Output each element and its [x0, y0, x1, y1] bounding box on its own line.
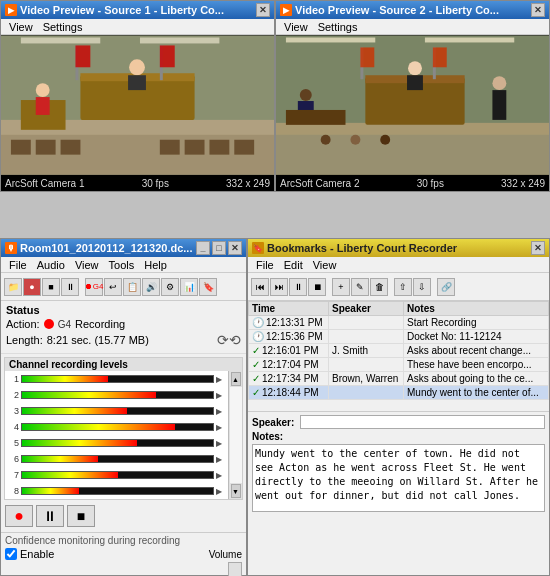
ch-bar-3: [22, 408, 127, 414]
source2-menu-view[interactable]: View: [280, 21, 312, 33]
volume-slider-area: [228, 562, 242, 576]
table-row[interactable]: ✓12:16:01 PMJ. SmithAsks about recent ch…: [249, 344, 549, 358]
pause-button[interactable]: ⏸: [36, 505, 64, 527]
svg-rect-3: [140, 37, 219, 43]
length-value: 8:21 sec. (15.77 MB): [47, 334, 149, 346]
bk-toolbar-btn-5[interactable]: +: [332, 278, 350, 296]
recorder-menu-file[interactable]: File: [5, 259, 31, 271]
toolbar-btn-10[interactable]: 🔖: [199, 278, 217, 296]
bk-toolbar-btn-2[interactable]: ⏭: [270, 278, 288, 296]
table-row[interactable]: ✓12:18:44 PMMundy went to the center of.…: [249, 386, 549, 400]
source1-status-bar: ArcSoft Camera 1 30 fps 332 x 249: [1, 175, 274, 191]
scroll-down-arrow[interactable]: ▼: [231, 484, 241, 498]
recorder-maximize-button[interactable]: □: [212, 241, 226, 255]
stop-button[interactable]: ■: [67, 505, 95, 527]
recorder-close-button[interactable]: ✕: [228, 241, 242, 255]
ch-bar-bg-4: [21, 423, 214, 431]
channel-row-6: 6 ▶: [5, 451, 228, 467]
table-row[interactable]: 🕐12:13:31 PMStart Recording: [249, 316, 549, 330]
bk-toolbar-btn-3[interactable]: ⏸: [289, 278, 307, 296]
toolbar-btn-3[interactable]: ■: [42, 278, 60, 296]
bookmarks-table: Time Speaker Notes 🕐12:13:31 PMStart Rec…: [248, 301, 549, 400]
bookmarks-menu-view[interactable]: View: [309, 259, 341, 271]
source1-menu-view[interactable]: View: [5, 21, 37, 33]
source1-camera-name: ArcSoft Camera 1: [5, 178, 84, 189]
toolbar-btn-8[interactable]: ⚙: [161, 278, 179, 296]
source1-menu-settings[interactable]: Settings: [39, 21, 87, 33]
source2-app-icon: ▶: [280, 4, 292, 16]
channel-row-4: 4 ▶: [5, 419, 228, 435]
cell-notes: Asks about going to the ce...: [404, 372, 549, 386]
ch-arrow-8: ▶: [216, 487, 226, 496]
table-row[interactable]: 🕐12:15:36 PMDocket No: 11-12124: [249, 330, 549, 344]
cell-notes: Mundy went to the center of...: [404, 386, 549, 400]
toolbar-btn-6[interactable]: 📋: [123, 278, 141, 296]
bk-toolbar-btn-7[interactable]: 🗑: [370, 278, 388, 296]
ch-num-3: 3: [7, 406, 19, 416]
source1-window: ▶ Video Preview - Source 1 - Liberty Co.…: [0, 0, 275, 192]
bk-toolbar-btn-9[interactable]: ⇩: [413, 278, 431, 296]
source1-close-button[interactable]: ✕: [256, 3, 270, 17]
toolbar-btn-2[interactable]: ●: [23, 278, 41, 296]
source1-menu-bar: View Settings: [1, 19, 274, 35]
recording-dot: [44, 319, 54, 329]
cell-speaker: [329, 330, 404, 344]
ch-arrow-4: ▶: [216, 423, 226, 432]
bookmarks-menu-bar: File Edit View: [248, 257, 549, 273]
ch-num-8: 8: [7, 486, 19, 496]
bookmarks-close-button[interactable]: ✕: [531, 241, 545, 255]
table-header-row: Time Speaker Notes: [249, 302, 549, 316]
bookmarks-table-container[interactable]: Time Speaker Notes 🕐12:13:31 PMStart Rec…: [248, 301, 549, 411]
ch-bar-bg-8: [21, 487, 214, 495]
bk-toolbar-btn-10[interactable]: 🔗: [437, 278, 455, 296]
cell-time: 🕐12:15:36 PM: [249, 330, 329, 344]
svg-point-13: [36, 83, 50, 97]
table-row[interactable]: ✓12:17:34 PMBrown, WarrenAsks about goin…: [249, 372, 549, 386]
bookmarks-title: Bookmarks - Liberty Court Recorder: [267, 242, 457, 254]
cell-speaker: Brown, Warren: [329, 372, 404, 386]
svg-point-29: [408, 61, 422, 75]
enable-checkbox[interactable]: [5, 548, 17, 560]
speaker-input[interactable]: [300, 415, 545, 429]
channel-row-5: 5 ▶: [5, 435, 228, 451]
enable-label: Enable: [20, 548, 54, 560]
bookmarks-menu-file[interactable]: File: [252, 259, 278, 271]
toolbar-btn-1[interactable]: 📁: [4, 278, 22, 296]
recorder-menu-view[interactable]: View: [71, 259, 103, 271]
source2-close-button[interactable]: ✕: [531, 3, 545, 17]
scroll-up-arrow[interactable]: ▲: [231, 372, 241, 386]
bookmarks-menu-edit[interactable]: Edit: [280, 259, 307, 271]
bk-toolbar-btn-6[interactable]: ✎: [351, 278, 369, 296]
enable-row: Enable Volume: [5, 548, 242, 560]
recorder-minimize-button[interactable]: _: [196, 241, 210, 255]
svg-rect-26: [425, 37, 514, 42]
action-row: Action: G4 Recording: [6, 318, 241, 330]
speaker-row: Speaker:: [252, 415, 545, 429]
channel-list: 1 ▶ 2 ▶ 3 ▶: [5, 371, 228, 499]
source2-menu-settings[interactable]: Settings: [314, 21, 362, 33]
svg-point-41: [321, 135, 331, 145]
toolbar-btn-5[interactable]: ↩: [104, 278, 122, 296]
record-button[interactable]: ●: [5, 505, 33, 527]
th-time: Time: [249, 302, 329, 316]
ch-num-1: 1: [7, 374, 19, 384]
recorder-menu-help[interactable]: Help: [140, 259, 171, 271]
recorder-menu-tools[interactable]: Tools: [105, 259, 139, 271]
bk-toolbar-btn-4[interactable]: ⏹: [308, 278, 326, 296]
toolbar-btn-9[interactable]: 📊: [180, 278, 198, 296]
notes-textarea[interactable]: Mundy went to the center of town. He did…: [252, 444, 545, 512]
ch-arrow-3: ▶: [216, 407, 226, 416]
recorder-menu-audio[interactable]: Audio: [33, 259, 69, 271]
ch-num-5: 5: [7, 438, 19, 448]
playing-row: Playing channels: All channels: [5, 562, 242, 576]
toolbar-btn-record[interactable]: ⏺G4: [85, 278, 103, 296]
toolbar-btn-7[interactable]: 🔊: [142, 278, 160, 296]
status-label: Status: [6, 304, 241, 316]
toolbar-btn-4[interactable]: ⏸: [61, 278, 79, 296]
bk-toolbar-btn-1[interactable]: ⏮: [251, 278, 269, 296]
source1-title-bar: ▶ Video Preview - Source 1 - Liberty Co.…: [1, 1, 274, 19]
bk-toolbar-btn-8[interactable]: ⇧: [394, 278, 412, 296]
table-row[interactable]: ✓12:17:04 PMThese have been encorpo...: [249, 358, 549, 372]
volume-slider[interactable]: [228, 562, 242, 576]
ch-bar-bg-7: [21, 471, 214, 479]
